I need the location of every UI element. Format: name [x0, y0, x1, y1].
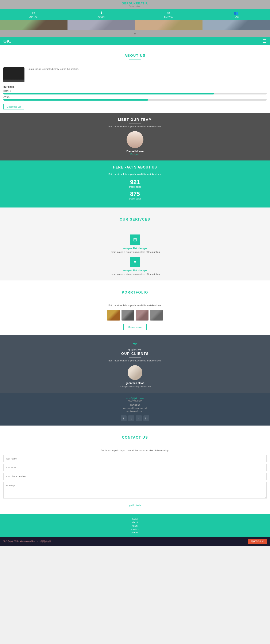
about-laptop-image — [4, 67, 24, 82]
contact-address-label: ADDRESS — [4, 404, 266, 406]
footer-link-services[interactable]: services — [4, 528, 266, 530]
nav-item-team[interactable]: 👥 TEAM — [202, 11, 270, 18]
download-button[interactable]: 前往下载模板 — [248, 539, 266, 544]
clients-title: OUR CLIENTS — [4, 352, 266, 356]
social-facebook[interactable]: f — [121, 416, 126, 421]
contact-address: Aenean ut lacinia odio,sit amet convalli… — [4, 406, 266, 413]
facts-description: But I must explain to you how all this m… — [4, 173, 266, 176]
nav-item-contact[interactable]: ✉ CONTACT — [0, 11, 68, 18]
portfolio-line — [32, 299, 238, 299]
social-linkedin[interactable]: in — [144, 416, 149, 421]
skill-bar-css — [4, 99, 148, 100]
hero-thumb-2 — [68, 20, 135, 30]
team-title: MEET OUR TEAM — [4, 118, 266, 122]
social-twitter[interactable]: t — [128, 416, 134, 421]
facts-section: HERE FACTS ABOUT US But I must explain t… — [0, 160, 270, 208]
facts-divider — [129, 171, 141, 171]
sticky-logo: GK. — [4, 39, 11, 44]
footer-link-team[interactable]: team — [4, 524, 266, 527]
fact-2: 875 produt sales — [4, 191, 266, 200]
top-header: GERDUKREATIF. Suspendisse — [0, 0, 270, 9]
client-avatar — [128, 365, 142, 380]
services-section: OUR SERIVCES ⊞ unique flat design Lorem … — [0, 208, 270, 280]
team-icon: 👥 — [234, 11, 238, 16]
clients-section: ✒ graphicriver OUR CLIENTS But I must ex… — [0, 335, 270, 393]
service-title-2: unique flat design — [4, 269, 266, 272]
fact-number-1: 921 — [4, 179, 266, 186]
team-section: MEET OUR TEAM But I must explain to you … — [0, 113, 270, 160]
footer-link-home[interactable]: home — [4, 518, 266, 520]
contact-email: you@hjkirj.com — [4, 397, 266, 400]
site-logo: GERDUKREATIF. — [0, 2, 270, 5]
sticky-nav: GK. ☰ — [0, 37, 270, 45]
portfolio-btn[interactable]: Maecenas vel — [124, 324, 146, 330]
service-icon-1: ⊞ — [130, 234, 140, 245]
about-divider — [129, 59, 141, 60]
service-desc-2: Lorem ipsum is simply dummy text of the … — [4, 273, 266, 276]
portfolio-section: PORRTFOLIO But I must explain to you how… — [0, 280, 270, 335]
message-textarea[interactable] — [4, 482, 266, 498]
nav-bar: ✉ CONTACT ℹ ABOUT ✏ SERVICE 👥 TEAM — [0, 9, 270, 20]
portfolio-title: PORRTFOLIO — [7, 290, 263, 294]
about-icon: ℹ — [100, 11, 102, 16]
nav-label-team: TEAM — [233, 16, 239, 18]
service-desc-1: Lorem ipsum is simply dummy text of the … — [4, 251, 266, 253]
name-input[interactable] — [4, 455, 266, 462]
footer: home about team services portfolio — [0, 514, 270, 537]
hero-thumbs — [0, 20, 270, 30]
portfolio-item-1[interactable] — [107, 310, 120, 320]
nav-label-about: ABOUT — [98, 16, 105, 18]
contact-form-divider — [129, 441, 141, 441]
portfolio-grid — [4, 310, 266, 320]
skill-bar-html-bg — [4, 93, 266, 94]
clients-divider — [129, 358, 141, 358]
clients-description: But I must explain to you how all this m… — [4, 359, 266, 362]
portfolio-item-2[interactable] — [122, 310, 134, 320]
contact-form-title: CONTACT US — [7, 436, 263, 440]
submit-button[interactable]: get in tech — [124, 502, 146, 509]
skill-label-css: CSS 3 — [4, 96, 266, 98]
fact-label-2: produt sales — [4, 198, 266, 200]
facts-title: HERE FACTS ABOUT US — [4, 166, 266, 169]
team-member-1: Daniel Moore Designer — [4, 131, 266, 156]
services-divider — [129, 223, 141, 223]
skill-bar-html — [4, 93, 214, 94]
about-line — [32, 62, 238, 62]
service-title-1: unique flat design — [4, 247, 266, 250]
contact-icon: ✉ — [32, 11, 36, 16]
portfolio-item-3[interactable] — [136, 310, 148, 320]
footer-link-portfolio[interactable]: portfolio — [4, 531, 266, 534]
social-twitter2[interactable]: t — [136, 416, 142, 421]
services-line — [32, 226, 238, 226]
nav-label-contact: CONTACT — [29, 16, 39, 18]
portfolio-divider — [129, 296, 141, 296]
skill-label-html: HTML 5 — [4, 90, 266, 92]
hero-thumb-4 — [202, 20, 270, 30]
contact-info-bar: you@hjkirj.com 888-769-2500 ADDRESS Aene… — [0, 393, 270, 426]
phone-input[interactable] — [4, 473, 266, 480]
social-icons: f t t in — [4, 416, 266, 421]
site-tagline: Suspendisse — [0, 5, 270, 8]
hamburger-icon[interactable]: ☰ — [263, 38, 266, 44]
bottom-bar: 访问心动社区bbs.xienlao.com现在↓以找到更多内容 前往下载模板 — [0, 537, 270, 546]
client-name: johnthan elliot — [4, 382, 266, 385]
skills-section: our skills HTML 5 CSS 3 Maecenas vel — [0, 86, 270, 113]
nav-item-service[interactable]: ✏ SERVICE — [135, 11, 202, 18]
hero-thumb-1 — [0, 20, 68, 30]
footer-link-about[interactable]: about — [4, 521, 266, 524]
nav-label-service: SERVICE — [164, 16, 174, 18]
team-name-1: Daniel Moore — [4, 150, 266, 153]
service-item-1: ⊞ unique flat design Lorem ipsum is simp… — [4, 234, 266, 253]
bottom-text: 访问心动社区bbs.xienlao.com现在↓以找到更多内容 — [4, 540, 51, 543]
nav-item-about[interactable]: ℹ ABOUT — [68, 11, 135, 18]
service-icon-2: ♥ — [130, 257, 140, 267]
skill-bar-css-bg — [4, 99, 266, 100]
contact-phone: 888-769-2500 — [4, 400, 266, 402]
portfolio-item-4[interactable] — [150, 310, 163, 320]
email-input[interactable] — [4, 464, 266, 471]
team-role-1: Designer — [4, 153, 266, 156]
about-title: ABOUT US — [7, 54, 263, 58]
skills-title: our skills — [4, 86, 266, 88]
about-section: ABOUT US Lorem ipsum is simply dummy tex… — [0, 45, 270, 86]
about-btn[interactable]: Maecenas vel — [4, 104, 24, 110]
